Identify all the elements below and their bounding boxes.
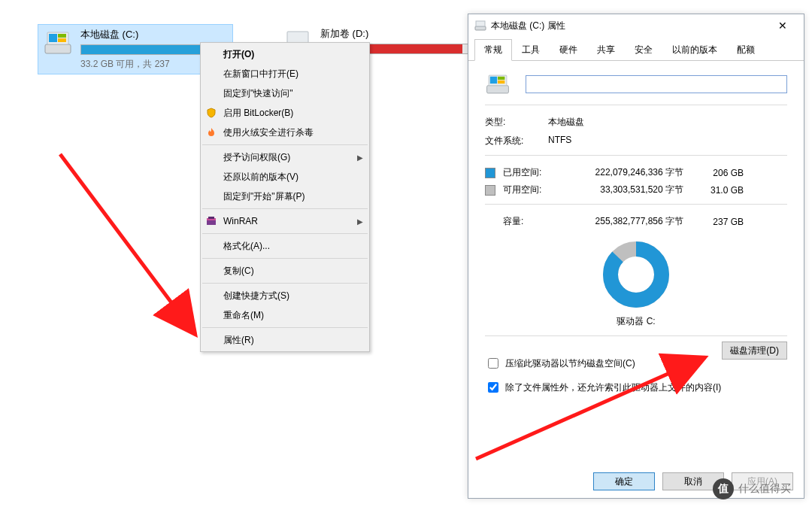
- free-color-swatch: [485, 185, 495, 196]
- watermark-badge: 值: [713, 478, 734, 499]
- tab-quota[interactable]: 配额: [727, 39, 765, 61]
- annotation-arrow-1: [53, 147, 211, 350]
- properties-dialog: 本地磁盘 (C:) 属性 ✕ 常规 工具 硬件 共享 安全 以前的版本 配额 类…: [468, 14, 804, 499]
- menu-separator: [202, 233, 368, 234]
- divider: [485, 105, 787, 105]
- type-value: 本地磁盘: [548, 116, 584, 129]
- usage-donut: [485, 238, 787, 311]
- menu-restore-previous[interactable]: 还原以前的版本(V): [201, 167, 369, 187]
- menu-open[interactable]: 打开(O): [201, 44, 369, 64]
- used-space-row: 已用空间: 222,079,246,336 字节 206 GB: [485, 166, 787, 179]
- drive-letter-label: 驱动器 C:: [485, 315, 787, 328]
- menu-separator: [202, 327, 368, 328]
- menu-separator: [202, 208, 368, 209]
- svg-line-10: [60, 154, 195, 335]
- disk-cleanup-button[interactable]: 磁盘清理(D): [722, 341, 787, 360]
- fs-value: NTFS: [548, 135, 571, 147]
- svg-rect-0: [45, 44, 71, 53]
- chevron-right-icon: ▶: [357, 217, 363, 226]
- svg-rect-12: [476, 21, 485, 26]
- tab-strip: 常规 工具 硬件 共享 安全 以前的版本 配额: [468, 38, 804, 61]
- svg-rect-3: [58, 34, 66, 38]
- svg-rect-15: [490, 77, 497, 83]
- winrar-icon: [205, 215, 217, 227]
- tab-general[interactable]: 常规: [474, 39, 512, 61]
- menu-bitlocker[interactable]: 启用 BitLocker(B): [201, 103, 369, 123]
- svg-rect-9: [208, 217, 214, 219]
- volume-name-input[interactable]: [526, 75, 787, 93]
- menu-properties[interactable]: 属性(R): [201, 330, 369, 350]
- free-space-row: 可用空间: 33,303,531,520 字节 31.0 GB: [485, 184, 787, 196]
- menu-format[interactable]: 格式化(A)...: [201, 236, 369, 256]
- drive-context-menu: 打开(O) 在新窗口中打开(E) 固定到"快速访问" 启用 BitLocker(…: [200, 42, 370, 352]
- tab-hardware[interactable]: 硬件: [550, 39, 587, 61]
- divider: [485, 335, 787, 336]
- close-button[interactable]: ✕: [768, 15, 798, 36]
- drive-icon: [43, 28, 73, 58]
- menu-rename[interactable]: 重命名(M): [201, 305, 369, 325]
- flame-icon: [205, 126, 217, 138]
- tab-security[interactable]: 安全: [625, 39, 662, 61]
- svg-rect-17: [498, 80, 504, 83]
- svg-rect-4: [58, 38, 66, 42]
- menu-grant-access[interactable]: 授予访问权限(G)▶: [201, 147, 369, 167]
- svg-rect-11: [475, 26, 486, 30]
- options: 压缩此驱动器以节约磁盘空间(C) 除了文件属性外，还允许索引此驱动器上文件的内容…: [485, 356, 787, 395]
- ok-button[interactable]: 确定: [593, 472, 655, 490]
- menu-winrar[interactable]: WinRAR▶: [201, 211, 369, 231]
- drive-small-icon: [474, 20, 486, 32]
- watermark: 值 什么值得买: [713, 478, 791, 499]
- capacity-row: 容量: 255,382,777,856 字节 237 GB: [485, 215, 787, 228]
- watermark-text: 什么值得买: [738, 482, 791, 496]
- compress-checkbox-input[interactable]: [488, 358, 498, 369]
- shield-icon: [205, 107, 217, 119]
- menu-huorong-scan[interactable]: 使用火绒安全进行杀毒: [201, 123, 369, 142]
- dialog-titlebar[interactable]: 本地磁盘 (C:) 属性 ✕: [468, 14, 804, 37]
- menu-pin-quick-access[interactable]: 固定到"快速访问": [201, 83, 369, 103]
- menu-separator: [202, 144, 368, 145]
- menu-pin-start[interactable]: 固定到"开始"屏幕(P): [201, 187, 369, 206]
- index-checkbox-input[interactable]: [488, 382, 498, 393]
- menu-create-shortcut[interactable]: 创建快捷方式(S): [201, 286, 369, 305]
- tab-sharing[interactable]: 共享: [587, 39, 625, 61]
- menu-separator: [202, 258, 368, 259]
- chevron-right-icon: ▶: [357, 153, 363, 162]
- menu-open-new-window[interactable]: 在新窗口中打开(E): [201, 64, 369, 83]
- svg-rect-16: [498, 77, 504, 80]
- divider: [485, 155, 787, 156]
- type-label: 类型:: [485, 116, 548, 129]
- index-checkbox[interactable]: 除了文件属性外，还允许索引此驱动器上文件的内容(I): [485, 380, 787, 395]
- dialog-title: 本地磁盘 (C:) 属性: [491, 20, 565, 32]
- menu-copy[interactable]: 复制(C): [201, 261, 369, 281]
- used-color-swatch: [485, 168, 495, 178]
- drive-name: 新加卷 (D:): [320, 27, 469, 41]
- drive-large-icon: [485, 71, 511, 97]
- svg-rect-2: [49, 34, 57, 42]
- fs-label: 文件系统:: [485, 135, 548, 147]
- drive-name: 本地磁盘 (C:): [80, 28, 228, 41]
- menu-separator: [202, 283, 368, 284]
- tab-tools[interactable]: 工具: [512, 39, 550, 61]
- svg-rect-13: [487, 86, 509, 93]
- divider: [485, 204, 787, 205]
- tab-previous-versions[interactable]: 以前的版本: [662, 39, 727, 61]
